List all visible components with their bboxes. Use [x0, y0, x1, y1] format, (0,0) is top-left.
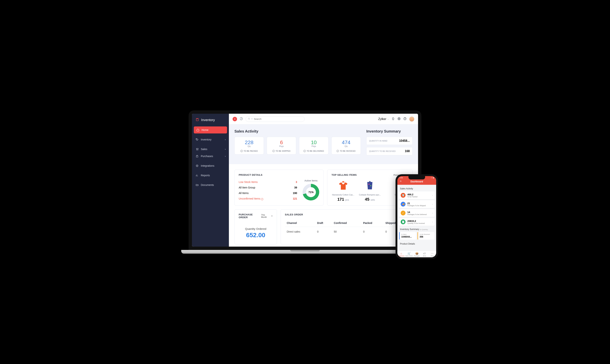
svg-point-11 — [370, 185, 371, 186]
chevron-right-icon: › — [432, 221, 433, 223]
product-row-label: Unconfirmed Items ! — [239, 197, 263, 200]
phone-card-value: 14 — [407, 211, 430, 214]
avatar[interactable] — [409, 117, 414, 122]
chevron-down-icon: ▼ — [271, 215, 273, 217]
phone-prod-title: Product Details — [399, 242, 435, 247]
phone-card-value: 20833.2 — [407, 220, 430, 222]
home-icon — [196, 129, 199, 131]
phone-summary-card: To Be Received 356 — [418, 232, 434, 240]
phone-activity-card[interactable]: ✓ 14Packages To be Delivered › — [399, 209, 435, 217]
sidebar-item-reports[interactable]: Reports — [192, 172, 229, 179]
summary-card: QUANTITY IN HAND 10458... — [366, 137, 412, 145]
activity-value: 6 — [269, 140, 294, 145]
summary-value: 10458... — [399, 139, 410, 143]
table-header: Channel — [285, 219, 315, 227]
search-field[interactable] — [254, 117, 302, 120]
bell-icon[interactable] — [400, 180, 402, 183]
history-icon[interactable] — [240, 117, 243, 121]
phone-summary-title: Inventory Summary — [400, 228, 419, 231]
product-qty: 171 pcs — [331, 197, 355, 202]
phone-activity-card[interactable]: 👕 466.2To be Packed › — [399, 191, 435, 199]
nav-label: Reports — [201, 174, 210, 177]
activity-card[interactable]: 10 Pkgs ✓TO BE DELIVERED — [299, 137, 328, 155]
summary-label: QUANTITY TO BE RECEIVED — [369, 150, 396, 152]
so-packed: 0 — [362, 227, 383, 236]
search-input[interactable]: ▼ — [245, 116, 305, 122]
phone-card-icon: 👕 — [401, 193, 406, 198]
folder-icon — [196, 183, 199, 186]
product-row[interactable]: All Item Group 39 — [239, 185, 297, 190]
bell-icon[interactable] — [392, 117, 395, 121]
bag-icon — [196, 155, 199, 158]
activity-unit: Qty — [333, 145, 359, 147]
phone-card-icon: 📄 — [401, 220, 406, 224]
table-header: Packed — [362, 219, 383, 227]
top-selling-item[interactable]: Hanswooly Cotton Cas... 171 pcs — [331, 179, 355, 202]
active-items-label: Active Items — [303, 179, 319, 182]
sidebar-item-integrations[interactable]: Integrations — [192, 162, 229, 169]
sidebar-item-documents[interactable]: Documents — [192, 182, 229, 188]
tab-icon: 🛒 — [405, 252, 413, 255]
so-confirmed: 50 — [332, 227, 361, 236]
active-items-pct: 71% — [308, 191, 313, 194]
activity-card[interactable]: 474 Qty ✓TO BE INVOICED — [331, 137, 361, 155]
sidebar-item-inventory[interactable]: Inventory ▸ — [192, 136, 229, 143]
chevron-down-icon: ⌄ — [387, 118, 389, 120]
phone-tab-sales orders[interactable]: 🛒 Sales Orders — [405, 252, 413, 257]
phone-tab-dashboard[interactable]: ⌂ Dashboard — [397, 252, 405, 257]
phone-header: Dashboard — [397, 179, 436, 185]
sidebar-item-home[interactable]: Home — [194, 126, 227, 133]
svg-point-5 — [197, 166, 198, 166]
table-header: Confirmed — [332, 219, 361, 227]
tab-label: More — [431, 255, 434, 257]
activity-card[interactable]: 6 Pkgs ✓TO BE SHIPPED — [267, 137, 296, 155]
inventory-summary-title: Inventory Summary — [366, 129, 412, 133]
chart-icon — [196, 174, 199, 177]
activity-value: 228 — [236, 140, 262, 145]
add-button[interactable]: + — [232, 117, 237, 121]
product-row[interactable]: Unconfirmed Items ! 121 — [239, 196, 297, 202]
svg-point-4 — [196, 165, 198, 167]
nav-label: Purchases — [201, 155, 213, 158]
inventory-logo-icon — [196, 118, 199, 122]
phone-summary-label: In Hand — [401, 234, 415, 235]
sidebar-item-sales[interactable]: Sales ▸ — [192, 146, 229, 153]
phone-card-sub: Packages To be Delivered — [407, 214, 430, 215]
help-icon[interactable] — [403, 117, 407, 121]
gear-icon[interactable] — [397, 117, 401, 121]
top-selling-item[interactable]: Cutiepie Rompers-spo... 45 sets — [358, 179, 382, 202]
phone-tab-items[interactable]: 🏷 Items — [421, 252, 428, 257]
activity-unit: Qty — [236, 145, 262, 147]
summary-card: QUANTITY TO BE RECEIVED 168 — [366, 147, 412, 155]
activity-value: 10 — [301, 140, 326, 145]
org-switcher[interactable]: Zylker ⌄ — [378, 117, 389, 121]
phone-title: Dashboard — [410, 180, 423, 183]
phone-activity-card[interactable]: 📄 20833.2Quantity To be Invoiced › — [399, 218, 435, 226]
product-row-value: 190 — [293, 192, 297, 195]
phone-tab-packages[interactable]: 📦 Packages — [413, 252, 421, 257]
chevron-down-icon: ▼ — [251, 118, 253, 120]
tab-label: Dashboard — [398, 255, 404, 257]
phone-card-sub: To be Packed — [407, 196, 430, 198]
summary-label: QUANTITY IN HAND — [369, 140, 387, 142]
tab-icon: 🏷 — [421, 252, 428, 255]
search-icon — [248, 117, 250, 120]
product-row-value: 121 — [293, 197, 297, 200]
check-icon: ✓ — [337, 150, 339, 152]
sales-order-table: ChannelDraftConfirmedPackedShipped Direc… — [285, 219, 408, 236]
qty-ordered-label: Quantity Ordered — [241, 227, 271, 230]
sidebar-item-purchases[interactable]: Purchases ▸ — [192, 153, 229, 160]
phone-tab-more[interactable]: ⋯ More — [428, 252, 436, 257]
activity-card[interactable]: 228 Qty ✓TO BE PACKED — [234, 137, 264, 155]
product-row[interactable]: Low Stock Items 3 — [239, 179, 297, 185]
top-selling-title: TOP SELLING ITEMS — [331, 173, 356, 176]
chevron-right-icon: ▸ — [225, 148, 226, 150]
purchase-order-period[interactable]: This Month ▼ — [261, 214, 273, 218]
chevron-right-icon: › — [432, 194, 433, 196]
phone-activity-card[interactable]: 🚚 21Packages To be Shipped › — [399, 200, 435, 208]
tab-label: Packages — [414, 255, 420, 257]
activity-label: ✓TO BE PACKED — [236, 150, 262, 152]
product-row[interactable]: All Items 190 — [239, 190, 297, 196]
cart-icon — [196, 148, 199, 151]
integrations-icon — [196, 164, 199, 167]
